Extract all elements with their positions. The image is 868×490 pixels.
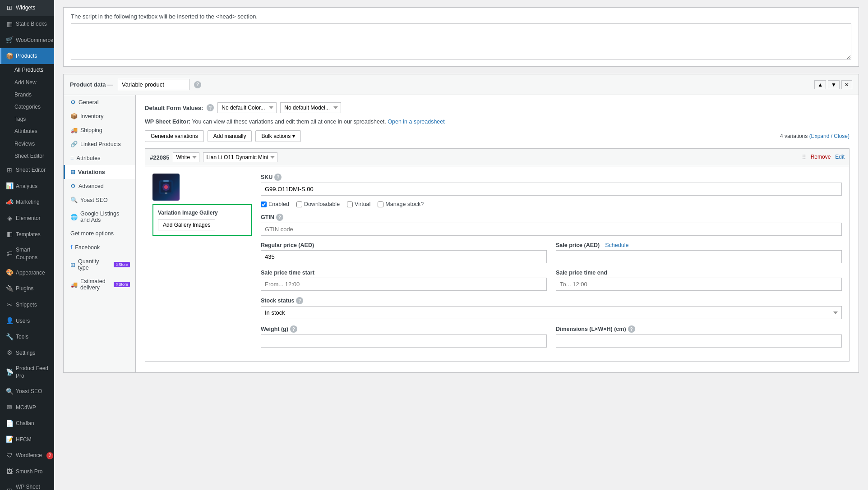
sidebar-item-challan[interactable]: 📄 Challan bbox=[0, 416, 54, 432]
add-manually-button[interactable]: Add manually bbox=[208, 130, 252, 142]
open-spreadsheet-link[interactable]: Open in a spreadsheet bbox=[388, 119, 444, 125]
variation-color-select[interactable]: White bbox=[173, 152, 199, 162]
tab-get-more-options[interactable]: Get more options bbox=[64, 227, 135, 240]
virtual-checkbox-label[interactable]: Virtual bbox=[347, 201, 370, 207]
sku-help-icon[interactable]: ? bbox=[274, 174, 282, 181]
variation-left: Variation Image Gallery Add Gallery Imag… bbox=[152, 174, 252, 354]
variation-edit-link[interactable]: Edit bbox=[835, 154, 845, 161]
sidebar-item-settings[interactable]: ⚙ Settings bbox=[0, 345, 54, 361]
sidebar-item-analytics[interactable]: 📊 Analytics bbox=[0, 178, 54, 194]
sidebar-sub-brands[interactable]: Brands bbox=[0, 89, 54, 101]
add-gallery-images-button[interactable]: Add Gallery Images bbox=[158, 220, 215, 230]
sale-end-input[interactable] bbox=[556, 278, 842, 291]
sidebar-item-sheet-editor[interactable]: ⊞ Sheet Editor bbox=[0, 162, 54, 179]
generate-variations-button[interactable]: Generate variations bbox=[145, 130, 204, 142]
tab-estimated-delivery[interactable]: 🚚 Estimated delivery XStore bbox=[64, 275, 135, 294]
sidebar-item-smart-coupons[interactable]: 🏷 Smart Coupons bbox=[0, 243, 54, 265]
sidebar-item-templates[interactable]: ◧ Templates bbox=[0, 226, 54, 243]
script-textarea[interactable] bbox=[71, 23, 851, 60]
sale-start-input[interactable] bbox=[261, 278, 547, 291]
bulk-actions-button[interactable]: Bulk actions ▾ bbox=[255, 130, 301, 142]
downloadable-checkbox[interactable] bbox=[296, 201, 302, 207]
product-type-help-icon[interactable]: ? bbox=[194, 81, 201, 88]
sidebar-item-yoast-seo[interactable]: 🔍 Yoast SEO bbox=[0, 384, 54, 400]
tab-shipping[interactable]: 🚚 Shipping bbox=[64, 123, 135, 137]
sidebar-sub-categories[interactable]: Categories bbox=[0, 101, 54, 113]
sidebar-item-tools[interactable]: 🔧 Tools bbox=[0, 329, 54, 345]
virtual-checkbox[interactable] bbox=[347, 201, 353, 207]
sidebar-sub-tags[interactable]: Tags bbox=[0, 113, 54, 125]
tab-yoast-seo[interactable]: 🔍 Yoast SEO bbox=[64, 193, 135, 207]
manage-stock-checkbox[interactable] bbox=[378, 201, 383, 207]
sidebar-item-hfcm[interactable]: 📝 HFCM bbox=[0, 431, 54, 448]
sidebar-sub-sheet-editor[interactable]: Sheet Editor bbox=[0, 150, 54, 162]
model-default-select[interactable]: No default Model... bbox=[280, 102, 341, 113]
sidebar-item-mc4wp[interactable]: ✉ MC4WP bbox=[0, 399, 54, 416]
gtin-input[interactable] bbox=[261, 223, 842, 236]
stock-status-select[interactable]: In stock Out of stock On backorder bbox=[261, 306, 842, 319]
sidebar-item-appearance[interactable]: 🎨 Appearance bbox=[0, 265, 54, 281]
templates-icon: ◧ bbox=[6, 230, 13, 239]
products-icon: 📦 bbox=[6, 52, 13, 61]
sidebar-sub-reviews[interactable]: Reviews bbox=[0, 138, 54, 150]
weight-input[interactable] bbox=[261, 334, 547, 348]
widgets-icon: ⊞ bbox=[6, 4, 13, 13]
color-default-select[interactable]: No default Color... bbox=[217, 102, 277, 113]
enabled-checkbox[interactable] bbox=[261, 201, 267, 207]
gtin-help-icon[interactable]: ? bbox=[276, 214, 283, 221]
variations-panel: Default Form Values: ? No default Color.… bbox=[136, 95, 859, 372]
sidebar-item-wordfence[interactable]: 🛡 Wordfence 2 bbox=[0, 448, 54, 464]
sidebar-item-marketing[interactable]: 📣 Marketing bbox=[0, 194, 54, 211]
regular-price-input[interactable] bbox=[261, 250, 547, 263]
stock-status-help-icon[interactable]: ? bbox=[296, 297, 303, 304]
schedule-link[interactable]: Schedule bbox=[605, 242, 628, 248]
variation-model-select[interactable]: Lian Li O11 Dynamic Mini bbox=[203, 152, 277, 162]
sku-input[interactable] bbox=[261, 183, 842, 196]
sidebar-item-smush-pro[interactable]: 🖼 Smush Pro bbox=[0, 464, 54, 480]
default-form-help-icon[interactable]: ? bbox=[207, 104, 214, 111]
sidebar-sub-add-new[interactable]: Add New bbox=[0, 77, 54, 89]
tab-variations[interactable]: ⊞ Variations bbox=[64, 165, 135, 179]
tab-google-listings[interactable]: 🌐 Google Listings and Ads bbox=[64, 207, 135, 227]
tab-general[interactable]: ⚙ General bbox=[64, 95, 135, 109]
sidebar-sub-all-products[interactable]: All Products bbox=[0, 64, 54, 76]
downloadable-checkbox-label[interactable]: Downloadable bbox=[296, 201, 340, 207]
variation-remove-link[interactable]: Remove bbox=[811, 154, 831, 161]
sidebar-item-products[interactable]: 📦 Products bbox=[0, 48, 54, 64]
tab-linked-products[interactable]: 🔗 Linked Products bbox=[64, 137, 135, 151]
expand-close-link[interactable]: (Expand / Close) bbox=[809, 133, 850, 139]
sale-price-input[interactable] bbox=[556, 250, 842, 263]
close-button[interactable]: ✕ bbox=[841, 80, 852, 89]
sidebar-item-plugins[interactable]: 🔌 Plugins bbox=[0, 281, 54, 297]
manage-stock-checkbox-label[interactable]: Manage stock? bbox=[378, 201, 424, 207]
sidebar-item-wp-sheet-editor[interactable]: ⊞ WP Sheet Editor bbox=[0, 480, 54, 490]
product-type-select[interactable]: Variable product Simple product Grouped … bbox=[118, 79, 189, 90]
tab-advanced[interactable]: ⚙ Advanced bbox=[64, 179, 135, 193]
sidebar-sub-attributes[interactable]: Attributes bbox=[0, 125, 54, 137]
dimensions-input[interactable] bbox=[556, 334, 842, 348]
weight-help-icon[interactable]: ? bbox=[290, 325, 297, 333]
product-tabs: ⚙ General 📦 Inventory 🚚 Shipping 🔗 Linke… bbox=[64, 95, 136, 372]
sidebar-item-snippets[interactable]: ✂ Snippets bbox=[0, 297, 54, 313]
tab-inventory[interactable]: 📦 Inventory bbox=[64, 109, 135, 123]
weight-label: Weight (g) ? bbox=[261, 325, 547, 333]
collapse-down-button[interactable]: ▼ bbox=[828, 80, 840, 89]
sidebar-item-product-feed-pro[interactable]: 📡 Product Feed Pro bbox=[0, 361, 54, 384]
variation-image[interactable] bbox=[152, 174, 180, 201]
enabled-checkbox-label[interactable]: Enabled bbox=[261, 201, 289, 207]
default-form-values-row: Default Form Values: ? No default Color.… bbox=[145, 102, 850, 113]
mc4wp-icon: ✉ bbox=[6, 403, 13, 412]
yoast-seo-tab-icon: 🔍 bbox=[70, 197, 78, 203]
tab-facebook[interactable]: f Facebook bbox=[64, 240, 135, 255]
inventory-tab-icon: 📦 bbox=[70, 113, 78, 119]
sidebar-item-static-blocks[interactable]: ▦ Static Blocks bbox=[0, 16, 54, 32]
tab-quantity-type[interactable]: ⊞ Quantity type XStore bbox=[64, 255, 135, 275]
collapse-up-button[interactable]: ▲ bbox=[814, 80, 826, 89]
sidebar: ⊞ Widgets ▦ Static Blocks 🛒 WooCommerce … bbox=[0, 0, 54, 490]
dimensions-help-icon[interactable]: ? bbox=[628, 325, 635, 333]
sidebar-item-widgets[interactable]: ⊞ Widgets bbox=[0, 0, 54, 16]
sidebar-item-woocommerce[interactable]: 🛒 WooCommerce bbox=[0, 32, 54, 48]
tab-attributes[interactable]: ≡ Attributes bbox=[64, 151, 135, 165]
sidebar-item-users[interactable]: 👤 Users bbox=[0, 313, 54, 329]
sidebar-item-elementor[interactable]: ◈ Elementor bbox=[0, 211, 54, 227]
